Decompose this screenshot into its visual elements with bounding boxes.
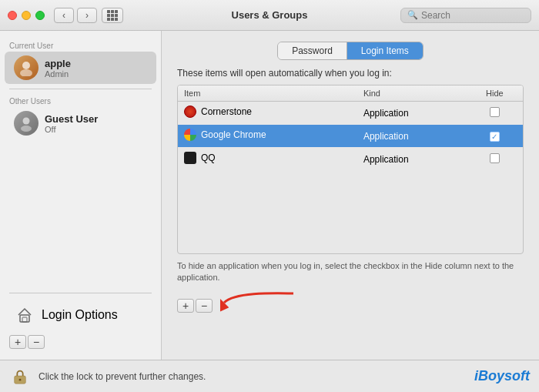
svg-point-0 bbox=[22, 62, 30, 69]
content-area: Password Login Items These items will op… bbox=[162, 31, 539, 360]
item-name-qq: QQ bbox=[178, 148, 357, 171]
grid-view-button[interactable] bbox=[102, 8, 123, 23]
item-name-chrome: Google Chrome bbox=[178, 125, 357, 148]
table-add-remove: + − bbox=[177, 299, 213, 313]
bottombar: Click the lock to prevent further change… bbox=[0, 360, 539, 392]
table-row-selected: Google Chrome Application ✓ bbox=[178, 125, 523, 148]
minimize-button[interactable] bbox=[22, 11, 31, 20]
red-arrow-svg bbox=[220, 287, 297, 317]
traffic-lights bbox=[8, 11, 45, 20]
house-icon bbox=[14, 304, 35, 326]
svg-rect-5 bbox=[22, 317, 27, 322]
tabs-row: Password Login Items bbox=[177, 42, 524, 60]
sidebar-divider-1 bbox=[9, 89, 152, 89]
qq-label: QQ bbox=[201, 152, 216, 163]
sidebar-item-guest[interactable]: Guest User Off bbox=[5, 107, 156, 139]
sidebar-item-apple[interactable]: apple Admin bbox=[5, 52, 156, 84]
grid-icon bbox=[107, 10, 118, 21]
login-options-label: Login Options bbox=[42, 308, 118, 322]
current-user-label: Current User bbox=[0, 39, 161, 52]
lock-svg bbox=[12, 368, 28, 385]
content-description: These items will open automatically when… bbox=[177, 68, 524, 79]
cornerstone-hide-checkbox[interactable] bbox=[490, 107, 500, 117]
search-icon: 🔍 bbox=[407, 10, 418, 20]
guest-user-info: Guest User Off bbox=[45, 113, 98, 134]
forward-button[interactable]: › bbox=[77, 8, 97, 23]
cornerstone-hide-cell bbox=[467, 102, 523, 125]
svg-point-1 bbox=[20, 69, 32, 76]
table-row: QQ Application bbox=[178, 148, 523, 171]
col-header-kind: Kind bbox=[357, 85, 467, 102]
table-add-button[interactable]: + bbox=[177, 299, 194, 313]
col-header-item: Item bbox=[178, 85, 357, 102]
close-button[interactable] bbox=[8, 11, 17, 20]
chrome-hide-checkbox[interactable]: ✓ bbox=[490, 132, 500, 142]
hint-text: To hide an application when you log in, … bbox=[177, 260, 524, 284]
arrow-annotation bbox=[220, 287, 297, 320]
other-users-label: Other Users bbox=[0, 94, 161, 107]
bottombar-lock-hint: Click the lock to prevent further change… bbox=[38, 371, 206, 382]
qq-hide-checkbox[interactable] bbox=[490, 153, 500, 163]
col-header-hide: Hide bbox=[467, 85, 523, 102]
chrome-icon bbox=[184, 129, 196, 141]
sidebar-item-login-options[interactable]: Login Options bbox=[5, 298, 156, 332]
sidebar-add-button[interactable]: + bbox=[9, 335, 26, 349]
tab-password[interactable]: Password bbox=[278, 42, 347, 59]
qq-kind: Application bbox=[357, 148, 467, 171]
table-remove-button[interactable]: − bbox=[196, 299, 213, 313]
qq-icon bbox=[184, 152, 196, 164]
avatar-apple bbox=[14, 55, 38, 80]
svg-point-3 bbox=[21, 126, 32, 132]
chrome-hide-cell: ✓ bbox=[467, 125, 523, 148]
lock-icon[interactable] bbox=[9, 366, 31, 387]
titlebar: ‹ › Users & Groups 🔍 bbox=[0, 0, 539, 31]
sidebar: Current User apple Admin Other Users bbox=[0, 31, 162, 360]
guest-user-name: Guest User bbox=[45, 113, 98, 125]
cornerstone-icon bbox=[184, 106, 196, 118]
apple-user-info: apple Admin bbox=[45, 58, 71, 79]
svg-point-8 bbox=[19, 378, 22, 380]
qq-hide-cell bbox=[467, 148, 523, 171]
tab-login-items[interactable]: Login Items bbox=[347, 42, 423, 59]
window-title: Users & Groups bbox=[232, 9, 308, 21]
nav-buttons: ‹ › bbox=[54, 8, 97, 23]
apple-user-name: apple bbox=[45, 58, 71, 69]
sidebar-divider-2 bbox=[9, 293, 152, 293]
sidebar-remove-button[interactable]: − bbox=[28, 335, 45, 349]
item-name-cornerstone: Cornerstone bbox=[178, 102, 357, 125]
apple-user-role: Admin bbox=[45, 69, 71, 79]
iboysoft-brand: iBoysoft bbox=[474, 368, 530, 384]
chrome-kind: Application bbox=[357, 125, 467, 148]
sidebar-add-remove: + − bbox=[0, 332, 161, 352]
table-header-row: Item Kind Hide bbox=[178, 85, 523, 102]
avatar-guest bbox=[14, 111, 38, 136]
maximize-button[interactable] bbox=[35, 11, 45, 20]
tab-container: Password Login Items bbox=[277, 42, 424, 60]
sidebar-bottom: Login Options + − bbox=[0, 288, 161, 352]
login-items-table: Item Kind Hide Cornerstone Applicat bbox=[177, 85, 524, 254]
guest-user-status: Off bbox=[45, 125, 98, 134]
chrome-label: Google Chrome bbox=[201, 129, 266, 140]
main-area: Current User apple Admin Other Users bbox=[0, 31, 539, 360]
back-button[interactable]: ‹ bbox=[54, 8, 74, 23]
svg-rect-4 bbox=[20, 315, 29, 322]
cornerstone-label: Cornerstone bbox=[201, 106, 252, 117]
cornerstone-kind: Application bbox=[357, 102, 467, 125]
search-input[interactable] bbox=[421, 10, 521, 21]
table-row: Cornerstone Application bbox=[178, 102, 523, 125]
svg-point-2 bbox=[23, 118, 30, 125]
search-bar[interactable]: 🔍 bbox=[400, 8, 531, 23]
